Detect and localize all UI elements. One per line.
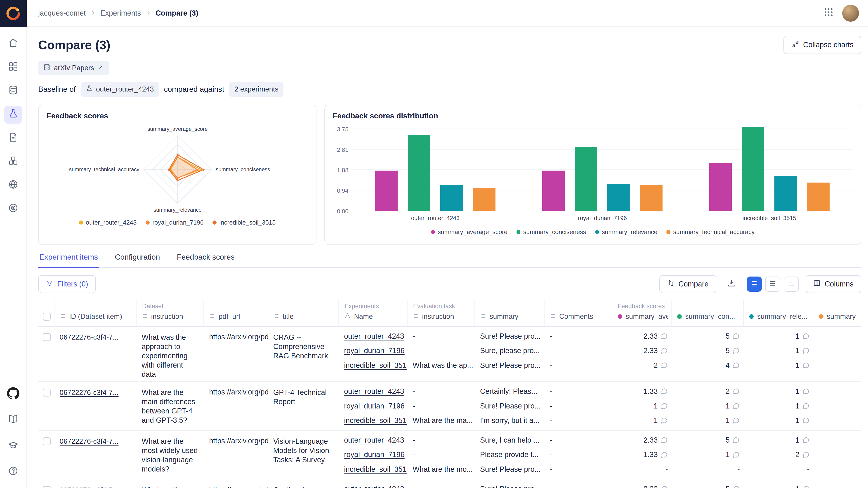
comment-icon[interactable] bbox=[660, 451, 668, 458]
compare-button[interactable]: Compare bbox=[659, 275, 716, 293]
comment-icon[interactable] bbox=[733, 388, 740, 395]
comment-icon[interactable] bbox=[733, 417, 740, 424]
avatar[interactable] bbox=[842, 5, 859, 22]
experiment-name-link[interactable]: incredible_soil_3515 bbox=[344, 361, 407, 369]
database-icon bbox=[43, 64, 51, 72]
column-header-score_tech[interactable]: summary_te... bbox=[813, 300, 861, 326]
comment-icon[interactable] bbox=[733, 402, 740, 410]
globe-icon bbox=[8, 180, 18, 192]
filters-button[interactable]: Filters (0) bbox=[38, 275, 96, 293]
download-button[interactable] bbox=[723, 275, 740, 293]
column-header-summary[interactable]: summary bbox=[474, 300, 544, 326]
rows-icon bbox=[274, 313, 279, 321]
column-header-id[interactable]: ID (Dataset item) bbox=[54, 300, 136, 326]
dataset-item-id-link[interactable]: 06722276-c3f4-7... bbox=[60, 486, 136, 488]
task-instruction-cell: What are the ma... bbox=[412, 413, 474, 428]
experiment-name-link[interactable]: royal_durian_7196 bbox=[344, 402, 405, 410]
sidebar-item-home[interactable] bbox=[4, 35, 22, 53]
comment-icon[interactable] bbox=[733, 332, 740, 340]
comment-icon[interactable] bbox=[802, 451, 809, 458]
sidebar-item-experiments[interactable] bbox=[4, 106, 22, 124]
column-header-score_rel[interactable]: summary_rele... bbox=[743, 300, 813, 326]
experiments-count-chip[interactable]: 2 experiments bbox=[229, 82, 283, 97]
column-header-comments[interactable]: Comments bbox=[544, 300, 612, 326]
experiment-name-link[interactable]: outer_router_4243 bbox=[344, 387, 404, 395]
comment-icon[interactable] bbox=[660, 332, 668, 340]
comment-icon[interactable] bbox=[802, 436, 809, 444]
bar-group bbox=[686, 126, 853, 211]
baseline-experiment-chip[interactable]: outer_router_4243 bbox=[81, 82, 159, 97]
comment-icon[interactable] bbox=[660, 402, 668, 410]
comment-icon[interactable] bbox=[802, 362, 809, 369]
comment-icon[interactable] bbox=[660, 347, 668, 354]
column-header-label: summary bbox=[490, 313, 519, 321]
comment-icon[interactable] bbox=[733, 451, 740, 458]
column-header-task_instruction[interactable]: Evaluation taskinstruction bbox=[407, 300, 474, 326]
comment-icon[interactable] bbox=[802, 388, 809, 395]
comet-logo[interactable] bbox=[0, 0, 27, 27]
collapse-charts-button[interactable]: Collapse charts bbox=[783, 36, 861, 54]
row-checkbox[interactable] bbox=[43, 389, 51, 396]
sidebar-item-quickstart[interactable] bbox=[4, 437, 22, 455]
row-checkbox[interactable] bbox=[43, 486, 51, 488]
dataset-chip[interactable]: arXiv Papers bbox=[38, 61, 109, 75]
comment-icon[interactable] bbox=[733, 347, 740, 354]
comment-icon[interactable] bbox=[660, 417, 668, 424]
comment-icon[interactable] bbox=[802, 347, 809, 354]
comment-icon[interactable] bbox=[802, 402, 809, 410]
comment-icon[interactable] bbox=[802, 332, 809, 340]
sidebar-item-documentation[interactable] bbox=[4, 412, 22, 429]
dataset-item-id-link[interactable]: 06722276-c3f4-7... bbox=[60, 389, 136, 397]
comment-icon[interactable] bbox=[802, 417, 809, 424]
sidebar-item-datasets[interactable] bbox=[4, 82, 22, 100]
tab-feedback-scores[interactable]: Feedback scores bbox=[176, 253, 236, 267]
comments-cell: - bbox=[550, 462, 612, 477]
dataset-item-id-link[interactable]: 06722276-c3f4-7... bbox=[60, 437, 136, 446]
experiment-name-link[interactable]: incredible_soil_3515 bbox=[344, 416, 407, 424]
column-header-pdf_url[interactable]: pdf_url bbox=[204, 300, 268, 326]
experiment-name-link[interactable]: royal_durian_7196 bbox=[344, 451, 405, 459]
apps-grid-icon[interactable] bbox=[824, 8, 833, 19]
columns-button[interactable]: Columns bbox=[806, 275, 861, 293]
tab-configuration[interactable]: Configuration bbox=[114, 253, 161, 267]
score-color-dot-icon bbox=[749, 314, 754, 319]
comment-icon[interactable] bbox=[733, 362, 740, 369]
sidebar-item-online-evaluation[interactable] bbox=[4, 176, 22, 195]
comment-icon[interactable] bbox=[802, 485, 809, 488]
column-header-name[interactable]: ExperimentsName bbox=[338, 300, 407, 326]
sidebar-item-prompts[interactable] bbox=[4, 129, 22, 147]
dataset-item-id-link[interactable]: 06722276-c3f4-7... bbox=[60, 333, 136, 341]
column-header-instruction[interactable]: Datasetinstruction bbox=[136, 300, 204, 326]
row-height-small-button[interactable] bbox=[747, 276, 762, 292]
comment-icon[interactable] bbox=[660, 485, 668, 488]
row-height-medium-button[interactable] bbox=[765, 276, 780, 292]
experiment-name-link[interactable]: outer_router_4243 bbox=[344, 436, 404, 444]
feedback-scores-distribution-card: Feedback scores distribution 0.000.941.8… bbox=[324, 105, 861, 245]
comment-icon[interactable] bbox=[733, 485, 740, 488]
experiment-name-link[interactable]: outer_router_4243 bbox=[344, 485, 404, 488]
comment-icon[interactable] bbox=[733, 436, 740, 444]
column-header-label: summary_rele... bbox=[757, 313, 807, 321]
comment-icon[interactable] bbox=[660, 388, 668, 395]
comment-icon[interactable] bbox=[660, 436, 668, 444]
breadcrumb-workspace[interactable]: jacques-comet bbox=[38, 9, 86, 18]
column-header-label: instruction bbox=[422, 313, 454, 321]
experiment-name-link[interactable]: royal_durian_7196 bbox=[344, 347, 405, 355]
row-checkbox[interactable] bbox=[43, 437, 51, 445]
experiment-name-link[interactable]: outer_router_4243 bbox=[344, 332, 404, 340]
tab-experiment-items[interactable]: Experiment items bbox=[38, 253, 99, 268]
column-header-score_avg[interactable]: Feedback scoressummary_aver... bbox=[612, 300, 671, 326]
breadcrumb-experiments[interactable]: Experiments bbox=[100, 9, 141, 18]
sidebar-item-github[interactable] bbox=[4, 385, 22, 403]
comment-icon[interactable] bbox=[660, 362, 668, 369]
sidebar-item-playground[interactable] bbox=[4, 153, 22, 171]
select-all-checkbox[interactable] bbox=[43, 313, 51, 321]
column-header-title[interactable]: title bbox=[268, 300, 338, 326]
sidebar-item-configuration[interactable] bbox=[4, 200, 22, 218]
experiment-name-link[interactable]: incredible_soil_3515 bbox=[344, 465, 407, 473]
row-height-large-button[interactable] bbox=[784, 276, 799, 292]
row-checkbox[interactable] bbox=[43, 333, 51, 341]
sidebar-item-projects[interactable] bbox=[4, 59, 22, 76]
sidebar-item-help[interactable] bbox=[4, 463, 22, 481]
column-header-score_con[interactable]: summary_con... bbox=[671, 300, 743, 326]
